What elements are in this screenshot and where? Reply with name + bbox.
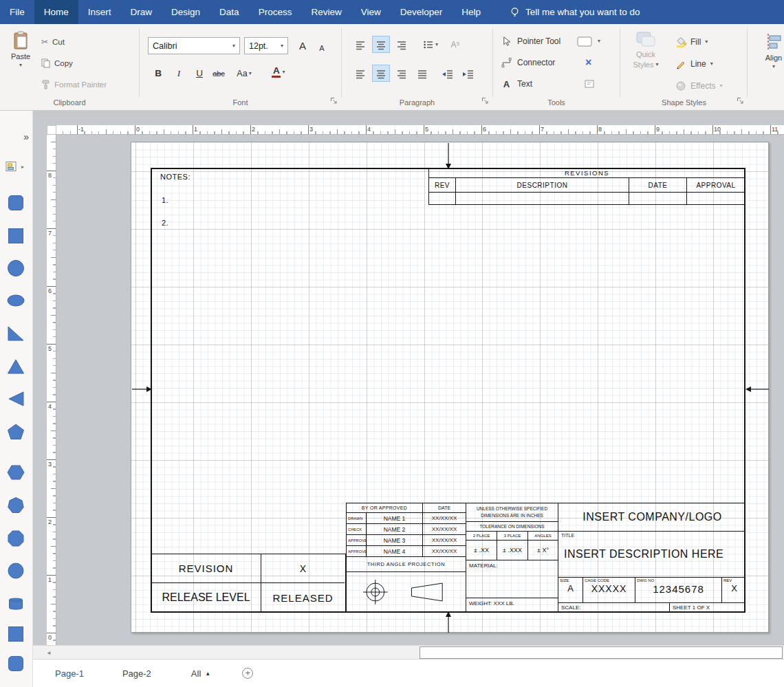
font-size-select[interactable]: 12pt. ▾ <box>244 37 288 54</box>
stencil-heptagon[interactable] <box>6 496 27 515</box>
stencil-ellipse[interactable] <box>6 291 27 310</box>
font-family-select[interactable]: Calibri ▾ <box>148 37 240 54</box>
change-case-button[interactable]: Aa ▾ <box>232 65 257 82</box>
font-dialog-launcher[interactable] <box>330 97 338 105</box>
shape-styles-dialog-launcher[interactable] <box>737 97 744 105</box>
drawing-canvas[interactable]: -1 0 1 2 3 4 5 6 7 8 9 10 11 8 7 6 5 4 3… <box>33 111 784 645</box>
decrease-indent-button[interactable] <box>438 65 456 82</box>
menu-tab-home[interactable]: Home <box>34 0 78 24</box>
grow-font-icon: A <box>299 40 306 52</box>
approval-date-4: XX/XX/XX <box>423 546 466 557</box>
copy-button[interactable]: Copy <box>41 56 73 71</box>
cage-code-label: CAGE CODE <box>583 578 609 583</box>
center-mark-top[interactable] <box>444 143 453 169</box>
shrink-font-button[interactable]: A <box>313 39 331 56</box>
superscript-button[interactable]: A⁵ <box>446 36 464 53</box>
stencil-rounded-square[interactable] <box>6 193 27 212</box>
grow-font-button[interactable]: A <box>294 37 312 54</box>
stencil-pentagon[interactable] <box>6 422 27 441</box>
menu-tab-help[interactable]: Help <box>452 0 490 24</box>
stencil-rounded-square-2[interactable] <box>6 654 27 673</box>
justify-right-button[interactable] <box>393 65 411 82</box>
text-block-tool-button[interactable] <box>584 76 595 92</box>
bold-button[interactable]: B <box>149 65 167 82</box>
h-ruler-number: 1 <box>194 126 197 133</box>
page-tab-2[interactable]: Page-2 <box>122 668 151 679</box>
menu-tab-file[interactable]: File <box>0 0 34 24</box>
copy-label: Copy <box>54 59 73 67</box>
stencil-hexagon[interactable] <box>6 463 27 482</box>
stencil-cylinder[interactable] <box>6 594 27 613</box>
justify-center-button[interactable] <box>372 65 390 82</box>
vertical-ruler[interactable]: 8 7 6 5 4 3 2 1 0 <box>47 135 56 645</box>
horizontal-scrollbar[interactable]: ◄ <box>33 645 784 659</box>
menu-tab-insert[interactable]: Insert <box>78 0 121 24</box>
align-button[interactable]: Align ▾ <box>757 30 784 87</box>
insert-page-button[interactable]: + <box>242 668 253 679</box>
stencil-left-triangle[interactable] <box>6 389 27 408</box>
horizontal-ruler[interactable]: -1 0 1 2 3 4 5 6 7 8 9 10 11 <box>56 125 784 135</box>
h-ruler-number: 4 <box>367 126 371 133</box>
v-ruler-number: 4 <box>48 403 52 410</box>
title-block[interactable]: BY OR APPROVED DATE DRAWN NAME 1 XX/XX/X… <box>346 503 745 613</box>
effects-button[interactable]: Effects ▾ <box>675 78 722 94</box>
all-pages-button[interactable]: All ▲ <box>191 668 210 679</box>
format-painter-button[interactable]: Format Painter <box>41 77 107 92</box>
stencil-circle-2[interactable] <box>6 561 27 580</box>
menu-tab-draw[interactable]: Draw <box>121 0 162 24</box>
justify-left-button[interactable] <box>351 65 369 82</box>
align-text-right-button[interactable] <box>393 36 411 53</box>
stencil-square[interactable] <box>6 226 27 246</box>
cut-button[interactable]: ✂ Cut <box>41 34 65 50</box>
fill-button[interactable]: Fill ▾ <box>675 34 708 50</box>
dwg-no-label: DWG NO <box>635 578 654 583</box>
center-mark-bottom[interactable] <box>444 611 453 633</box>
revisions-table[interactable]: REVISIONS REV DESCRIPTION DATE APPROVAL <box>428 168 745 205</box>
center-mark-right[interactable] <box>745 385 769 393</box>
notes-shape[interactable]: NOTES: 1. 2. <box>160 173 190 181</box>
menu-tab-process[interactable]: Process <box>249 0 302 24</box>
drawing-page[interactable]: NOTES: 1. 2. REVISIONS REV DESCRIPTION D… <box>131 142 769 633</box>
menu-tab-developer[interactable]: Developer <box>391 0 453 24</box>
increase-indent-button[interactable] <box>459 65 477 82</box>
font-color-button[interactable]: A ▾ <box>266 63 291 80</box>
rectangle-tool-button[interactable]: ▾ <box>577 33 600 50</box>
expand-shapes-chevron[interactable]: » <box>23 131 29 142</box>
menu-tab-design[interactable]: Design <box>162 0 210 24</box>
bullets-button[interactable]: ▾ <box>419 36 442 53</box>
pointer-tool-button[interactable]: Pointer Tool <box>501 33 560 50</box>
paragraph-dialog-launcher[interactable] <box>481 97 489 105</box>
projection-symbol-cell <box>347 572 466 611</box>
release-level-table[interactable]: REVISION X RELEASE LEVEL RELEASED <box>151 554 346 613</box>
page-tab-1[interactable]: Page-1 <box>55 668 84 679</box>
stencil-triangle[interactable] <box>6 357 27 376</box>
connection-point-tool-button[interactable]: × <box>585 54 591 71</box>
underline-button[interactable]: U <box>190 65 208 82</box>
tolerance-2place-label: 2 PLACE <box>466 532 497 541</box>
italic-button[interactable]: I <box>170 65 188 82</box>
quick-styles-button[interactable]: Quick Styles ▾ <box>627 28 664 94</box>
page-tab-bar: Page-1 Page-2 All ▲ + <box>33 659 784 687</box>
tell-me-search[interactable]: Tell me what you want to do <box>510 0 640 24</box>
center-mark-left[interactable] <box>132 385 152 393</box>
align-text-center-button[interactable] <box>372 36 390 53</box>
stencil-right-triangle[interactable] <box>6 324 27 343</box>
paste-button[interactable]: Paste ▾ <box>4 28 37 93</box>
tolerance-header-cell: TOLERANCE ON DIMENSIONS <box>466 522 558 532</box>
stencil-circle[interactable] <box>6 259 27 278</box>
stencil-window-button[interactable]: ▸ <box>6 160 24 173</box>
align-icon <box>764 32 783 52</box>
menu-tab-review[interactable]: Review <box>301 0 351 24</box>
align-text-left-button[interactable] <box>351 36 369 53</box>
justify-both-button[interactable] <box>413 65 431 82</box>
menu-tab-data[interactable]: Data <box>210 0 249 24</box>
scroll-left-button[interactable]: ◄ <box>43 646 55 659</box>
stencil-square-2[interactable] <box>6 624 27 644</box>
line-button[interactable]: Line ▾ <box>675 56 713 72</box>
scrollbar-thumb[interactable] <box>420 646 783 659</box>
stencil-octagon[interactable] <box>6 529 27 548</box>
strikethrough-button[interactable]: abc <box>210 65 228 82</box>
menu-tab-view[interactable]: View <box>351 0 391 24</box>
text-tool-button[interactable]: A Text <box>501 76 532 92</box>
connector-tool-button[interactable]: Connector <box>501 54 555 71</box>
